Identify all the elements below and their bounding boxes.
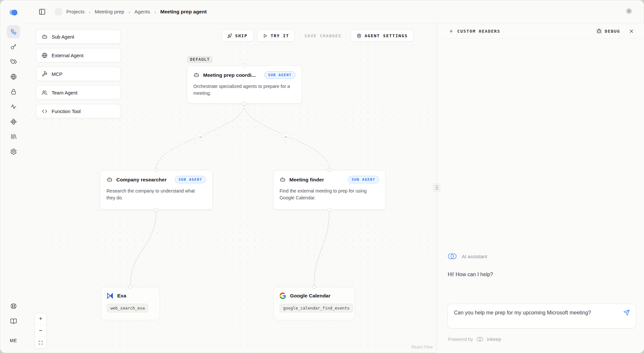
fit-view-button[interactable] [35, 337, 46, 348]
node-description: Orchestrate specialized agents to prepar… [193, 83, 291, 97]
assistant-header: AI assistant [447, 253, 487, 260]
node-company-researcher[interactable]: Company researcher SUB AGENT Research th… [100, 170, 213, 210]
palette-item-external-agent[interactable]: External Agent [36, 48, 121, 62]
book-open-icon [10, 318, 17, 325]
gear-icon [10, 148, 17, 155]
panel-resize-handle[interactable] [433, 183, 440, 192]
palette-item-mcp[interactable]: MCP [36, 67, 121, 81]
node-title: Meeting prep coordi... [203, 72, 261, 78]
arrow-glyph: → [283, 134, 288, 139]
node-handle[interactable] [243, 102, 247, 106]
tags-icon [10, 58, 17, 65]
try-it-panel: CUSTOM HEADERS DEBUG AI assistant Hi! Ho… [437, 24, 644, 353]
node-google-calendar-tool[interactable]: Google Calendar google_calendar_find_eve… [273, 287, 355, 320]
chat-input[interactable]: Can you help me prep for my upcoming Mic… [447, 304, 636, 328]
edge-arrow-badge[interactable]: → [282, 132, 289, 140]
hammer-icon [41, 71, 48, 77]
app-window: ME Projects › Meeting prep › Agents › Me… [0, 0, 644, 353]
sidebar-toggle-button[interactable] [39, 8, 46, 15]
custom-headers-label: CUSTOM HEADERS [457, 29, 500, 34]
inkeep-brand-label: inkeep [487, 337, 501, 342]
node-description: Research the company to understand what … [106, 188, 201, 202]
breadcrumb-skeleton [55, 8, 62, 15]
send-button[interactable] [622, 308, 631, 317]
bot-icon [41, 34, 48, 40]
node-handle[interactable] [312, 285, 316, 289]
node-title: Meeting finder [289, 177, 344, 183]
powered-by[interactable]: Powered by inkeep [448, 336, 501, 342]
save-changes-button-label: SAVE CHANGES [304, 33, 341, 38]
icon-rail: ME [0, 0, 25, 353]
zoom-in-button[interactable]: + [35, 313, 46, 325]
node-handle[interactable] [154, 168, 158, 172]
default-tag: DEFAULT [187, 56, 213, 63]
tool-pill: google_calendar_find_events [280, 304, 353, 312]
react-flow-attribution[interactable]: React Flow [411, 345, 433, 349]
panel-header: CUSTOM HEADERS DEBUG [437, 24, 644, 39]
lock-icon [10, 88, 17, 95]
save-changes-button[interactable]: SAVE CHANGES [298, 29, 347, 42]
ship-button[interactable]: SHIP [221, 29, 253, 42]
nav-graph[interactable] [7, 25, 20, 38]
agent-settings-button-label: AGENT SETTINGS [364, 33, 408, 38]
nav-components[interactable] [7, 115, 20, 128]
bot-icon [193, 72, 200, 78]
theme-toggle-button[interactable] [626, 8, 632, 16]
palette-item-label: Function Tool [52, 109, 81, 114]
nav-credentials[interactable] [7, 55, 20, 68]
debug-button[interactable]: DEBUG [596, 28, 620, 34]
nav-settings[interactable] [7, 145, 20, 158]
nav-api-keys[interactable] [7, 40, 20, 53]
nav-security[interactable] [7, 85, 20, 98]
inkeep-logo-icon[interactable] [8, 8, 18, 18]
globe-icon [10, 73, 17, 80]
palette-item-label: Team Agent [52, 90, 77, 95]
node-handle[interactable] [128, 285, 132, 289]
life-buoy-icon [10, 303, 17, 310]
node-handle[interactable] [328, 168, 331, 172]
node-handle[interactable] [328, 208, 331, 212]
nav-activity[interactable] [7, 100, 20, 113]
edge-finder-calendar [314, 210, 329, 286]
palette-item-team-agent[interactable]: Team Agent [36, 85, 121, 100]
gear-icon [357, 33, 362, 38]
breadcrumb-item-project[interactable]: Meeting prep [95, 9, 124, 15]
agent-settings-button[interactable]: AGENT SETTINGS [351, 29, 413, 42]
edge-arrow-badge[interactable]: → [196, 132, 204, 140]
flow-canvas[interactable]: Sub Agent External Agent MCP Team Agent … [25, 24, 437, 353]
nav-library[interactable] [7, 130, 20, 143]
close-panel-button[interactable] [629, 28, 634, 34]
palette-item-function-tool[interactable]: Function Tool [36, 104, 121, 118]
google-logo-icon [280, 293, 286, 299]
node-handle[interactable] [154, 208, 158, 212]
user-avatar[interactable]: ME [10, 338, 17, 343]
panel-divider [437, 24, 437, 353]
workflow-icon [10, 28, 17, 35]
breadcrumb-item-agents[interactable]: Agents [134, 9, 150, 15]
try-it-button[interactable]: TRY IT [257, 29, 295, 42]
node-handle[interactable] [243, 63, 247, 67]
nav-help[interactable] [7, 299, 20, 312]
palette-item-sub-agent[interactable]: Sub Agent [36, 29, 121, 44]
bot-icon [106, 176, 113, 183]
node-coordinator[interactable]: DEFAULT Meeting prep coordi... SUB AGENT… [187, 65, 302, 104]
play-icon [263, 33, 268, 38]
globe-icon [41, 52, 48, 59]
library-icon [10, 133, 17, 140]
zoom-out-button[interactable]: − [35, 325, 46, 337]
breadcrumb-item-projects[interactable]: Projects [66, 9, 85, 15]
ship-button-label: SHIP [235, 33, 248, 38]
palette-item-label: External Agent [52, 53, 84, 58]
node-exa-tool[interactable]: Exa web_search_exa [101, 287, 160, 320]
custom-headers-button[interactable]: CUSTOM HEADERS [449, 29, 500, 34]
nav-docs[interactable] [7, 314, 20, 328]
activity-icon [10, 103, 17, 110]
users-icon [41, 90, 48, 96]
breadcrumb: Projects › Meeting prep › Agents › Meeti… [55, 8, 207, 15]
sub-agent-badge: SUB AGENT [348, 176, 379, 183]
nav-external[interactable] [7, 70, 20, 83]
assistant-name: AI assistant [462, 254, 487, 259]
node-palette: Sub Agent External Agent MCP Team Agent … [36, 29, 121, 118]
node-meeting-finder[interactable]: Meeting finder SUB AGENT Find the extern… [273, 170, 386, 210]
canvas-toolbar: SHIP TRY IT SAVE CHANGES AGENT SETTINGS [221, 29, 413, 42]
